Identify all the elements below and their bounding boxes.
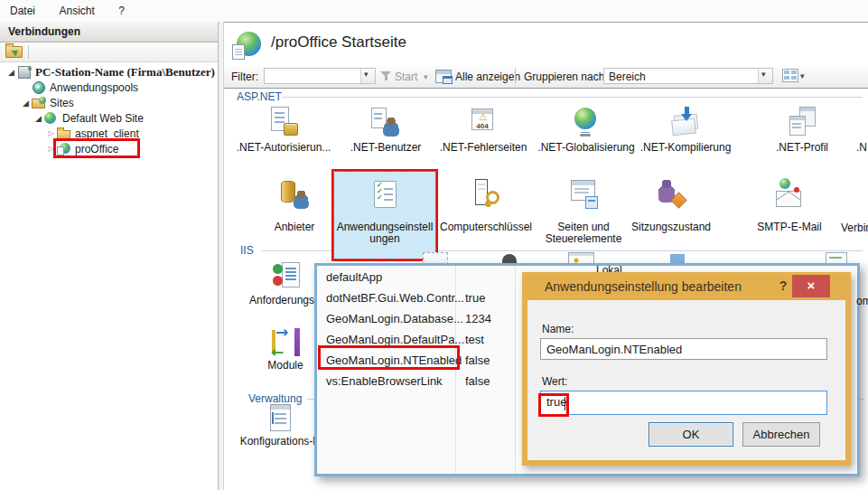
pages-controls-icon xyxy=(567,178,600,209)
dialog-title: Anwendungseinstellung bearbeiten xyxy=(545,279,742,294)
annotation-box-prooffice xyxy=(53,138,140,158)
feature-label: .NET-Globalisierung xyxy=(532,142,640,154)
setting-value: 1234 xyxy=(465,312,491,325)
partial-label-verbin: Verbin xyxy=(841,221,868,234)
feature-label: .NET-Benutzer xyxy=(331,142,440,154)
feature-label: Anwendungseinstellungen xyxy=(334,221,435,245)
partial-icon xyxy=(502,254,517,263)
machine-key-icon xyxy=(470,178,502,209)
setting-value: test xyxy=(465,333,484,346)
annotation-box-ntenabled-row xyxy=(318,345,460,370)
partial-icon xyxy=(670,254,685,263)
feature-net-autorisierun[interactable]: .NET-Autorisierun... xyxy=(229,106,338,154)
feature-net-kompilierung[interactable]: .NET-Kompilierung xyxy=(631,106,740,154)
profile-windows-icon xyxy=(786,106,818,137)
setting-value: false xyxy=(465,353,490,367)
feature-label: SMTP-E-Mail xyxy=(735,221,844,233)
feature-anbieter[interactable]: Anbieter xyxy=(240,178,349,233)
feature-anwendungseinstell[interactable]: Anwendungseinstellungen xyxy=(334,172,435,259)
request-filter-icon xyxy=(271,261,303,292)
feature-label: Computerschlüssel xyxy=(432,221,540,233)
feature-label: .NET-Kompilierung xyxy=(631,142,740,154)
edit-setting-dialog: Anwendungseinstellung bearbeiten ? × Nam… xyxy=(522,272,851,466)
feature-sitzungszustand[interactable]: Sitzungszustand xyxy=(617,178,725,233)
feature-net-fehlerseiten[interactable]: .NET-Fehlerseiten xyxy=(429,106,537,154)
setting-value: true xyxy=(465,291,485,305)
feature-label: .NET-Fehlerseiten xyxy=(429,142,537,154)
feature-label: Anbieter xyxy=(240,221,349,233)
feature-net-profil[interactable]: .NET-Profil xyxy=(748,106,856,154)
feature-net-globalisierung[interactable]: .NET-Globalisierung xyxy=(532,106,640,154)
feature-label: Sitzungszustand xyxy=(617,221,725,233)
close-icon[interactable]: × xyxy=(792,275,830,297)
cancel-button[interactable]: Abbrechen xyxy=(742,422,820,447)
error-404-icon xyxy=(467,106,499,137)
feature-label: .NET-Profil xyxy=(748,142,856,154)
setting-name: vs:EnableBrowserLink xyxy=(326,374,443,388)
feature-net-benutzer[interactable]: .NET-Benutzer xyxy=(331,106,440,154)
setting-name: GeoManLogin.Database... xyxy=(326,312,463,325)
user-doc-icon xyxy=(369,106,402,137)
ok-button[interactable]: OK xyxy=(649,422,733,447)
partial-label-n: .N xyxy=(856,141,867,154)
session-state-icon xyxy=(655,178,687,209)
iis-manager-window: Datei Ansicht ? Verbindungen ◢PC-Station… xyxy=(0,0,868,490)
setting-name: dotNetBF.Gui.Web.Contr... xyxy=(326,291,464,305)
annotation-box-true-value xyxy=(538,393,569,417)
setting-value: false xyxy=(465,374,490,388)
setting-name: defaultApp xyxy=(326,270,382,284)
feature-computerschl-ssel[interactable]: Computerschlüssel xyxy=(432,178,540,233)
module-arrows-icon xyxy=(269,327,302,358)
name-field[interactable]: GeoManLogin.NTEnabled xyxy=(540,338,827,360)
setting-name: GeoManLogin.DefaultPa... xyxy=(326,333,464,346)
smtp-mail-icon xyxy=(773,178,806,209)
feature-label: .NET-Autorisierun... xyxy=(229,142,338,154)
stack-arrow-icon xyxy=(669,106,702,137)
feature-smtp-e-mail[interactable]: SMTP-E-Mail xyxy=(735,178,844,233)
checklist-icon xyxy=(369,179,401,210)
globe-stand-icon xyxy=(570,106,602,137)
provider-db-icon xyxy=(278,178,311,209)
wert-field[interactable]: true xyxy=(540,391,827,415)
wert-label: Wert: xyxy=(542,375,567,388)
name-label: Name: xyxy=(542,323,574,335)
lock-doc-icon xyxy=(267,106,300,137)
help-icon[interactable]: ? xyxy=(777,278,789,293)
config-editor-icon xyxy=(264,403,296,434)
